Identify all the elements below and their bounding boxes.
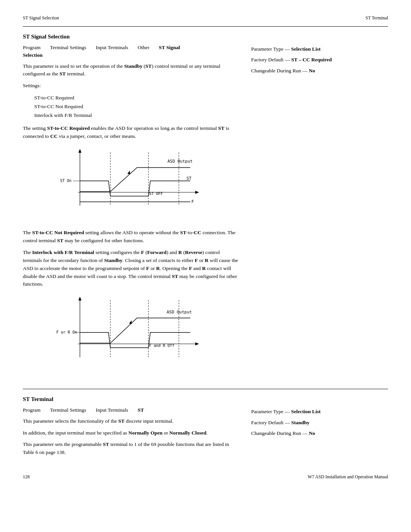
section1-breadcrumb: Program Terminal Settings Input Terminal… <box>23 44 240 59</box>
header-left: ST Signal Selection <box>23 15 59 21</box>
section2-left: Program Terminal Settings Input Terminal… <box>23 406 240 460</box>
top-divider <box>23 26 388 27</box>
svg-marker-14 <box>78 297 81 300</box>
settings-label: Settings: <box>23 82 240 90</box>
svg-marker-16 <box>195 342 199 345</box>
page-footer: 128 W7 ASD Installation and Operation Ma… <box>23 472 388 480</box>
breadcrumb-sep2 <box>89 45 93 50</box>
svg-marker-3 <box>195 191 199 194</box>
setting-item-3: Interlock with F/R Terminal <box>34 111 240 120</box>
breadcrumb2-program: Program <box>23 407 41 413</box>
changeable-1: Changeable During Run — No <box>251 66 388 76</box>
section1-desc1: This parameter is used to set the operat… <box>23 62 240 78</box>
breadcrumb2-input-terminals: Input Terminals <box>96 407 128 413</box>
svg-marker-1 <box>78 149 81 153</box>
footer-page-number: 128 <box>23 474 30 480</box>
section2-title: ST Terminal <box>23 396 388 403</box>
section2-right: Parameter Type — Selection List Factory … <box>240 406 388 460</box>
settings-list: ST-to-CC Required ST-to-CC Not Required … <box>34 94 240 120</box>
section2-desc1: This parameter selects the functionality… <box>23 417 240 425</box>
breadcrumb-sep4 <box>152 45 156 50</box>
section2-desc3: This parameter sets the programmable ST … <box>23 441 240 457</box>
section-st-signal: ST Signal Selection Program Terminal Set… <box>23 34 388 380</box>
changeable-2: Changeable During Run — No <box>251 428 388 439</box>
breadcrumb2-sep3 <box>131 407 135 413</box>
section1-desc2: The setting ST-to-CC Required enables th… <box>23 125 240 141</box>
breadcrumb2-sep1 <box>43 407 47 413</box>
section1-content: Program Terminal Settings Input Terminal… <box>23 44 388 380</box>
svg-text:ASD Output: ASD Output <box>167 310 192 315</box>
diagram1-svg: ASD Output ST ST On ST OFF <box>49 147 209 223</box>
section1-right: Parameter Type — Selection List Factory … <box>240 44 388 380</box>
breadcrumb-sep1 <box>43 45 47 50</box>
page: ST Signal Selection ST Terminal ST Signa… <box>0 0 411 532</box>
breadcrumb-other: Other <box>138 45 150 50</box>
breadcrumb-selection: Selection <box>23 52 43 58</box>
factory-default-1: Factory Default — ST – CC Required <box>251 54 388 65</box>
factory-default-2: Factory Default — Standby <box>251 417 388 428</box>
breadcrumb2-st: ST <box>138 407 144 413</box>
param-type-1: Parameter Type — Selection List <box>251 44 388 54</box>
diagram2: ASD Output F and R Off F or R On <box>23 294 236 374</box>
setting-item-2: ST-to-CC Not Required <box>34 102 240 111</box>
svg-text:ST OFF: ST OFF <box>149 192 163 196</box>
section1-title: ST Signal Selection <box>23 34 388 40</box>
diagram2-svg: ASD Output F and R Off F or R On <box>49 294 209 374</box>
breadcrumb2-terminal-settings: Terminal Settings <box>50 407 86 413</box>
page-header: ST Signal Selection ST Terminal <box>23 15 388 23</box>
asd-output-label: ASD Output <box>167 159 193 164</box>
svg-text:F: F <box>191 199 194 204</box>
section2-breadcrumb: Program Terminal Settings Input Terminal… <box>23 406 240 414</box>
svg-text:F or R On: F or R On <box>56 330 77 334</box>
section1-left: Program Terminal Settings Input Terminal… <box>23 44 240 380</box>
footer-manual-title: W7 ASD Installation and Operation Manual <box>307 474 388 480</box>
header-right: ST Terminal <box>365 15 388 21</box>
setting-item-1: ST-to-CC Required <box>34 94 240 102</box>
svg-marker-21 <box>128 321 133 325</box>
breadcrumb-terminal-settings: Terminal Settings <box>50 45 86 50</box>
svg-text:ST: ST <box>186 176 192 181</box>
section2-content: Program Terminal Settings Input Terminal… <box>23 406 388 460</box>
diagram1: ASD Output ST ST On ST OFF <box>23 147 236 223</box>
section2-desc2: In addition, the input terminal must be … <box>23 429 240 437</box>
section-divider <box>23 389 388 389</box>
section1-desc3: The ST-to-CC Not Required setting allows… <box>23 229 240 245</box>
breadcrumb2-sep2 <box>89 407 93 413</box>
svg-text:ST On: ST On <box>60 179 72 183</box>
breadcrumb-sep3 <box>131 45 135 50</box>
breadcrumb-st-signal: ST Signal <box>159 45 180 50</box>
param-type-2: Parameter Type — Selection List <box>251 406 388 417</box>
svg-text:F and R Off: F and R Off <box>149 343 174 348</box>
section-st-terminal: ST Terminal Program Terminal Settings In… <box>23 396 388 460</box>
section1-desc4: The Interlock with F/R Terminal setting … <box>23 249 240 289</box>
breadcrumb-input-terminals: Input Terminals <box>96 45 128 50</box>
breadcrumb-program: Program <box>23 45 41 50</box>
